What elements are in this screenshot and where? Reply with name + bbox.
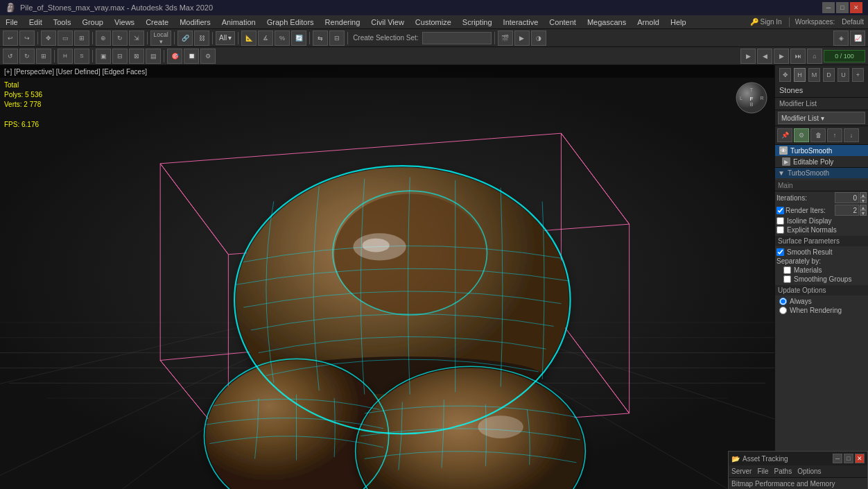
menu-graph-editors[interactable]: Graph Editors: [261, 17, 320, 28]
selection-set-input[interactable]: [422, 32, 492, 44]
ts-materials-check[interactable]: [783, 266, 791, 274]
align-button[interactable]: ⊟: [329, 31, 345, 46]
filter-dropdown[interactable]: All ▾: [216, 31, 235, 45]
tb2-btn4[interactable]: H: [58, 49, 73, 64]
menu-file[interactable]: File: [0, 17, 24, 28]
menu-rendering[interactable]: Rendering: [320, 17, 366, 28]
mod-delete-button[interactable]: 🗑: [810, 128, 826, 142]
ts-iterations-value[interactable]: 0: [835, 192, 859, 203]
menu-group[interactable]: Group: [76, 17, 109, 28]
modifier-turbosmooth[interactable]: 👁 TurboSmooth: [775, 145, 868, 156]
panel-icon-plus[interactable]: +: [852, 68, 864, 82]
last-frame-button[interactable]: ⏭: [790, 49, 806, 64]
at-minimize[interactable]: ─: [833, 454, 842, 463]
ts-smoothing-groups-check[interactable]: [783, 275, 791, 283]
panel-icon-hierarchy[interactable]: H: [794, 68, 806, 82]
tb2-btn8[interactable]: ⚙: [200, 49, 216, 64]
redo-button[interactable]: ↪: [19, 31, 35, 46]
at-menu-server[interactable]: Server: [731, 467, 752, 475]
move-button[interactable]: ⊕: [96, 31, 111, 46]
menu-tools[interactable]: Tools: [48, 17, 77, 28]
tb2-btn3[interactable]: ⊞: [36, 49, 51, 64]
mod-moveup-button[interactable]: ↑: [827, 128, 842, 142]
link-button[interactable]: 🔗: [177, 31, 193, 46]
ts-smooth-result-check[interactable]: [776, 248, 784, 256]
menu-megascans[interactable]: Megascans: [582, 17, 632, 28]
menu-content[interactable]: Content: [544, 17, 582, 28]
viewport[interactable]: [+] [Perspective] [User Defined] [Edged …: [0, 65, 774, 489]
active-shade-button[interactable]: ◑: [531, 31, 546, 46]
menu-interactive[interactable]: Interactive: [498, 17, 544, 28]
sign-in-button[interactable]: 🔑 Sign In: [746, 18, 786, 26]
select-region-button[interactable]: ▭: [58, 31, 73, 46]
unlink-button[interactable]: ⛓: [194, 31, 209, 46]
at-menu-file[interactable]: File: [757, 467, 768, 475]
ref-coord-button[interactable]: Local ▾: [150, 31, 171, 46]
next-frame-button[interactable]: ▶: [774, 49, 789, 64]
ts-iter-up[interactable]: ▲: [860, 192, 867, 198]
menu-help[interactable]: Help: [665, 17, 692, 28]
menu-create[interactable]: Create: [140, 17, 174, 28]
close-button[interactable]: ✕: [850, 2, 862, 13]
snap-spinner-button[interactable]: 🔄: [291, 31, 306, 46]
viewport-layout-3[interactable]: ⊠: [129, 49, 144, 64]
ts-render-spinner[interactable]: ▲ ▼: [860, 205, 867, 216]
menu-scripting[interactable]: Scripting: [457, 17, 498, 28]
ts-always-radio[interactable]: [779, 298, 787, 305]
mod-movedown-button[interactable]: ↓: [844, 128, 859, 142]
snap-toggle-button[interactable]: 📐: [241, 31, 257, 46]
tb2-btn1[interactable]: ↺: [3, 49, 18, 64]
at-menu-paths[interactable]: Paths: [774, 467, 792, 475]
tb2-btn7[interactable]: 🔲: [184, 49, 199, 64]
viewport-layout-2[interactable]: ⊟: [112, 49, 128, 64]
menu-views[interactable]: Views: [109, 17, 140, 28]
prev-frame-button[interactable]: ◀: [757, 49, 772, 64]
modifier-dropdown[interactable]: Modifier List ▾: [778, 112, 865, 124]
viewport-layout-1[interactable]: ▣: [96, 49, 111, 64]
window-crossing-button[interactable]: ⊞: [74, 31, 89, 46]
select-object-button[interactable]: ✥: [41, 31, 56, 46]
menu-civil-view[interactable]: Civil View: [365, 17, 409, 28]
tb2-btn2[interactable]: ↻: [19, 49, 35, 64]
ts-isoline-check[interactable]: [776, 217, 784, 225]
panel-icon-utilities[interactable]: U: [837, 68, 849, 82]
mirror-button[interactable]: ⇆: [313, 31, 328, 46]
at-controls[interactable]: ─ □ ✕: [833, 454, 865, 463]
render-frame-button[interactable]: ▶: [514, 31, 530, 46]
play-button[interactable]: ▶: [740, 49, 756, 64]
menu-edit[interactable]: Edit: [24, 17, 48, 28]
menu-animation[interactable]: Animation: [216, 17, 261, 28]
mod-pin-button[interactable]: 📌: [777, 128, 792, 142]
at-close[interactable]: ✕: [855, 454, 865, 463]
tb2-btn6[interactable]: 🎯: [167, 49, 182, 64]
ts-when-rendering-radio[interactable]: [779, 307, 787, 314]
undo-button[interactable]: ↩: [3, 31, 18, 46]
ts-render-up[interactable]: ▲: [860, 205, 867, 210]
key-mode-button[interactable]: ⌂: [807, 49, 822, 64]
panel-icon-motion[interactable]: M: [808, 68, 820, 82]
maximize-button[interactable]: □: [836, 2, 849, 13]
ts-header[interactable]: ▼ TurboSmooth: [775, 168, 868, 178]
snap-percent-button[interactable]: %: [275, 31, 290, 46]
scale-button[interactable]: ⇲: [129, 31, 144, 46]
menu-customize[interactable]: Customize: [410, 17, 457, 28]
at-maximize[interactable]: □: [844, 454, 853, 463]
material-editor-button[interactable]: ◈: [833, 31, 849, 46]
ts-render-iters-value[interactable]: 2: [835, 205, 859, 216]
panel-icon-select[interactable]: ✥: [779, 68, 791, 82]
navigation-sphere[interactable]: T B L R F: [734, 80, 769, 115]
modifier-dropdown-row[interactable]: Modifier List ▾: [775, 110, 868, 126]
snap-angle-button[interactable]: ∡: [258, 31, 273, 46]
ts-render-down[interactable]: ▼: [860, 210, 867, 216]
window-controls[interactable]: ─ □ ✕: [822, 2, 862, 13]
at-menu-options[interactable]: Options: [797, 467, 821, 475]
ts-iterations-spinner[interactable]: ▲ ▼: [860, 192, 867, 203]
rotate-button[interactable]: ↻: [112, 31, 128, 46]
workspaces-value[interactable]: Default: [837, 18, 868, 26]
modifier-editable-poly[interactable]: ▶ Editable Poly: [775, 156, 868, 167]
tb2-btn5[interactable]: S: [74, 49, 89, 64]
mod-configure-button[interactable]: ⚙: [794, 128, 809, 142]
ts-render-iters-check[interactable]: [776, 207, 784, 214]
curve-editor-button[interactable]: 📈: [850, 31, 865, 46]
panel-icon-display[interactable]: D: [823, 68, 835, 82]
